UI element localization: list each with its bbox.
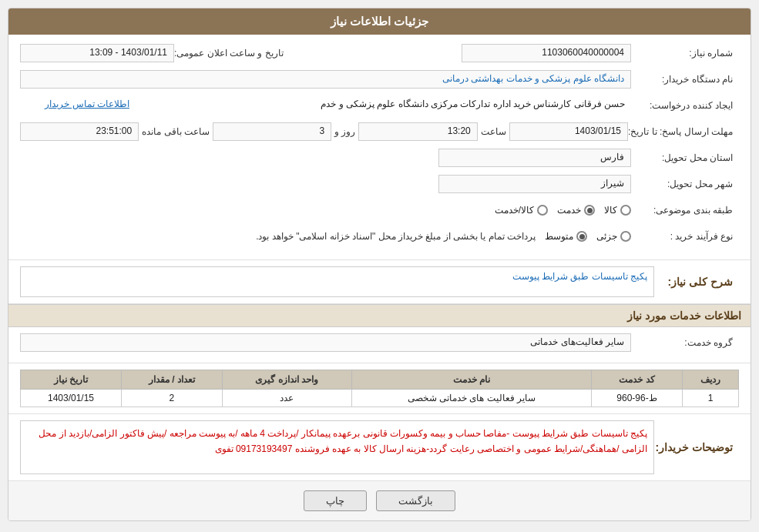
tabaqe-kala-item: کالا — [604, 205, 631, 216]
mohlat-values: 1403/01/15 ساعت 13:20 روز و 3 ساعت باقی … — [20, 122, 628, 141]
row-ijad-konande: ایجاد کننده درخواست: حسن فرقانی کارشناس … — [20, 95, 739, 116]
shahr-value: شیراز — [438, 175, 631, 193]
row-shomare-tarikh: شماره نیاز: 1103060040000004 تاریخ و ساع… — [20, 42, 739, 64]
row-shahr: شهر محل تحویل: شیراز — [20, 173, 739, 195]
buttons-row: بازگشت چاپ — [8, 481, 751, 520]
mohlat-label: مهلت ارسال پاسخ: تا تاریخ: — [628, 126, 739, 137]
farayand-jozii-radio[interactable] — [620, 231, 631, 242]
farayand-desc: پرداخت تمام یا بخشی از مبلغ خریداز محل "… — [256, 231, 536, 242]
cell-radif: 1 — [682, 390, 738, 407]
grouh-row: گروه خدمت: سایر فعالیت‌های خدماتی — [20, 333, 739, 352]
table-header-row: ردیف کد خدمت نام خدمت واحد اندازه گیری ت… — [21, 370, 739, 390]
cell-vahed: عدد — [222, 390, 351, 407]
tabaqe-kala-khedmat-radio[interactable] — [537, 205, 548, 216]
cell-nam: سایر فعالیت های خدماتی شخصی — [351, 390, 592, 407]
col-radif: ردیف — [682, 370, 738, 390]
sharh-section: شرح کلی نیاز: پکیج تاسیسات طبق شرایط پیو… — [8, 260, 751, 304]
tabaqe-khedmat-label: خدمت — [557, 205, 581, 216]
ostan-label: استان محل تحویل: — [631, 152, 739, 163]
col-kod: کد خدمت — [592, 370, 683, 390]
tabaqe-kala-khedmat-item: کالا/خدمت — [495, 205, 548, 216]
tarikh-elan-label: تاریخ و ساعت اعلان عمومی: — [174, 48, 290, 59]
tawzihat-section: توضیحات خریدار: پکیج تاسیسات طبق شرایط پ… — [8, 414, 751, 481]
info-section: شماره نیاز: 1103060040000004 تاریخ و ساع… — [8, 35, 751, 260]
farayand-motavaset-label: متوسط — [545, 231, 573, 242]
ostan-value: فارس — [438, 149, 631, 167]
row-tabaqe: طبقه بندی موضوعی: کالا خدمت کالا/خدمت — [20, 199, 739, 221]
farayand-options: جزئی متوسط پرداخت تمام یا بخشی از مبلغ خ… — [20, 231, 631, 242]
tarikh-elan-value: 1403/01/11 - 13:09 — [20, 44, 174, 62]
baghimande-value: 23:51:00 — [20, 122, 139, 141]
saat-label: ساعت — [481, 126, 506, 137]
col-vahed: واحد اندازه گیری — [222, 370, 351, 390]
ijad-konande-label: ایجاد کننده درخواست: — [631, 100, 739, 111]
cell-tarikh: 1403/01/15 — [21, 390, 122, 407]
row-ostan: استان محل تحویل: فارس — [20, 147, 739, 169]
main-card: جزئیات اطلاعات نیاز شماره نیاز: 11030600… — [8, 8, 751, 521]
services-table: ردیف کد خدمت نام خدمت واحد اندازه گیری ت… — [20, 370, 739, 407]
tabaqe-kala-khedmat-label: کالا/خدمت — [495, 205, 534, 216]
tawzihat-row: توضیحات خریدار: پکیج تاسیسات طبق شرایط پ… — [20, 420, 739, 474]
col-nam: نام خدمت — [351, 370, 592, 390]
print-button[interactable]: چاپ — [304, 490, 367, 511]
tabaqe-khedmat-item: خدمت — [557, 205, 595, 216]
ijad-konande-value: حسن فرقانی کارشناس خرید اداره تدارکات مر… — [136, 96, 631, 115]
baghimande-label: ساعت باقی مانده — [142, 126, 210, 137]
sharh-label: شرح کلی نیاز: — [654, 276, 739, 288]
sharh-value: پکیج تاسیسات طبق شرایط پیوست — [20, 266, 654, 297]
tawzihat-value: پکیج تاسیسات طبق شرایط پیوست -مفاصا حساب… — [20, 420, 654, 474]
table-section: ردیف کد خدمت نام خدمت واحد اندازه گیری ت… — [8, 363, 751, 414]
khadamat-header: اطلاعات خدمات مورد نیاز — [8, 304, 751, 327]
farayand-jozii-label: جزئی — [596, 231, 617, 242]
tabaqe-kala-label: کالا — [604, 205, 617, 216]
services-section: گروه خدمت: سایر فعالیت‌های خدماتی — [8, 327, 751, 363]
mohlat-date: 1403/01/15 — [509, 122, 628, 141]
farayand-jozii-item: جزئی — [596, 231, 631, 242]
col-tedad: تعداد / مقدار — [121, 370, 222, 390]
page-title: جزئیات اطلاعات نیاز — [8, 8, 751, 35]
tawzihat-label: توضیحات خریدار: — [654, 441, 739, 453]
farayand-motavaset-radio[interactable] — [576, 231, 587, 242]
row-mohlat: مهلت ارسال پاسخ: تا تاریخ: 1403/01/15 سا… — [20, 121, 739, 142]
ijad-konande-link[interactable]: اطلاعات تماس خریدار — [20, 96, 136, 115]
shahr-label: شهر محل تحویل: — [631, 179, 739, 189]
row-noe-farayand: نوع فرآیند خرید : جزئی متوسط پرداخت تمام… — [20, 226, 739, 247]
nam-dastgah-label: نام دستگاه خریدار: — [631, 74, 739, 85]
back-button[interactable]: بازگشت — [376, 490, 455, 511]
saat-value: 13:20 — [358, 122, 477, 141]
cell-tedad: 2 — [121, 390, 222, 407]
tabaqe-label: طبقه بندی موضوعی: — [631, 205, 739, 216]
roz-label: روز و — [334, 126, 355, 137]
col-tarikh: تاریخ نیاز — [21, 370, 122, 390]
shomare-niaz-value: 1103060040000004 — [462, 44, 631, 62]
tabaqe-kala-radio[interactable] — [620, 205, 631, 216]
sharh-row: شرح کلی نیاز: پکیج تاسیسات طبق شرایط پیو… — [20, 266, 739, 297]
roz-value: 3 — [213, 122, 331, 141]
grouh-label: گروه خدمت: — [631, 337, 739, 348]
noe-farayand-label: نوع فرآیند خرید : — [631, 231, 739, 242]
cell-kod: ط-96-960 — [592, 390, 683, 407]
tabaqe-khedmat-radio[interactable] — [584, 205, 595, 216]
tabaqe-options: کالا خدمت کالا/خدمت — [495, 205, 631, 216]
farayand-motavaset-item: متوسط — [545, 231, 587, 242]
grouh-value: سایر فعالیت‌های خدماتی — [20, 333, 631, 352]
row-nam-dastgah: نام دستگاه خریدار: دانشگاه علوم پزشکی و … — [20, 69, 739, 90]
nam-dastgah-value: دانشگاه علوم پزشکی و خدمات بهداشتی درمان… — [20, 70, 631, 89]
page-wrapper: جزئیات اطلاعات نیاز شماره نیاز: 11030600… — [0, 0, 759, 529]
table-row: 1ط-96-960سایر فعالیت های خدماتی شخصیعدد2… — [21, 390, 739, 407]
shomare-niaz-label: شماره نیاز: — [631, 48, 739, 59]
